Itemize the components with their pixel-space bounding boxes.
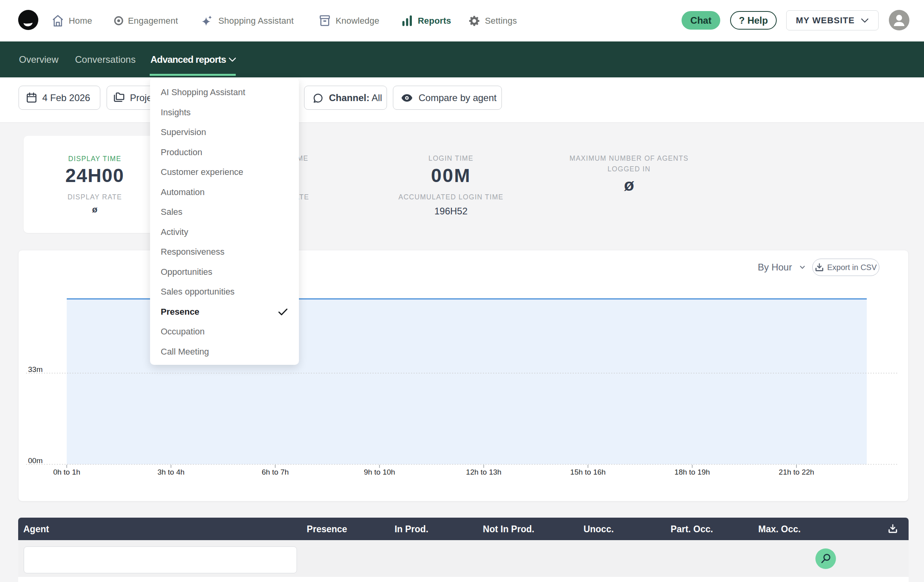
- svg-text:12h to 13h: 12h to 13h: [466, 468, 501, 476]
- svg-text:33m: 33m: [28, 365, 43, 374]
- svg-text:0h to 1h: 0h to 1h: [53, 468, 81, 476]
- svg-text:3h to 4h: 3h to 4h: [158, 468, 185, 476]
- svg-text:15h to 16h: 15h to 16h: [570, 468, 606, 476]
- svg-text:18h to 19h: 18h to 19h: [674, 468, 710, 476]
- svg-text:00m: 00m: [28, 456, 43, 465]
- svg-text:21h to 22h: 21h to 22h: [779, 468, 814, 476]
- svg-text:9h to 10h: 9h to 10h: [364, 468, 395, 476]
- svg-text:6h to 7h: 6h to 7h: [262, 468, 289, 476]
